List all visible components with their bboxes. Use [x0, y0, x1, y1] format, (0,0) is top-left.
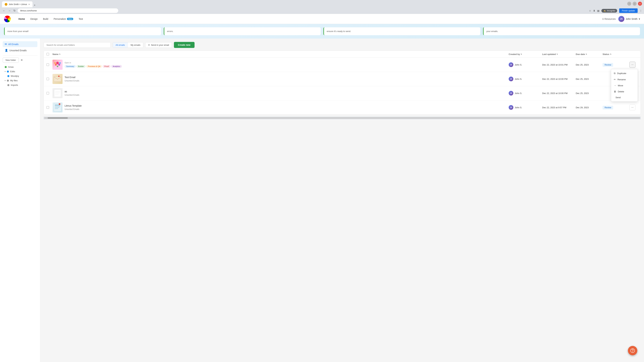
- incognito-badge: 🕵 Incognito: [602, 9, 617, 12]
- row4-user-avatar: JS: [509, 105, 513, 110]
- search-input[interactable]: [44, 42, 111, 48]
- duplicate-label: Duplicate: [617, 72, 626, 75]
- tab-title: John Smith > Litmus: [9, 3, 27, 5]
- folder-my-files[interactable]: ▾ My files: [3, 78, 38, 83]
- new-tab-btn[interactable]: +: [32, 3, 37, 7]
- row4-created-by: JS John S.: [509, 105, 542, 110]
- row2-thumbnail: [52, 74, 62, 84]
- reload-btn[interactable]: ↻: [13, 8, 16, 13]
- header-checkbox[interactable]: [46, 53, 52, 55]
- finish-update-btn[interactable]: Finish update: [619, 8, 638, 13]
- url-input[interactable]: [18, 8, 118, 13]
- row4-select[interactable]: [46, 106, 49, 109]
- maximize-btn[interactable]: □: [632, 2, 636, 6]
- row3-thumbnail: [52, 88, 62, 98]
- hero-card-1-text: more from your email!: [8, 30, 158, 32]
- filter-all-btn[interactable]: All emails: [113, 42, 128, 48]
- col-status[interactable]: Status ⇅: [602, 53, 630, 55]
- folder-amas-dot: [5, 66, 7, 68]
- scroll-track[interactable]: [44, 117, 640, 119]
- filter-my-btn[interactable]: My emails: [128, 42, 143, 48]
- back-btn[interactable]: ←: [2, 8, 6, 13]
- nav-design[interactable]: Design: [28, 16, 40, 21]
- folder-options-btn[interactable]: ≡: [20, 58, 23, 62]
- dropdown-send[interactable]: Send: [611, 94, 638, 100]
- tag-builder[interactable]: Builder: [76, 65, 86, 68]
- folder-moodjoy[interactable]: Moodjoy: [3, 74, 38, 78]
- svg-point-0: [56, 62, 59, 64]
- row3-select[interactable]: [46, 92, 49, 94]
- move-icon: →: [614, 84, 616, 87]
- user-chevron-icon: ▾: [639, 17, 640, 20]
- tag-analytics[interactable]: Analytics: [111, 65, 122, 68]
- row1-last-updated: Dec 22, 2023 at 10:01 PM: [542, 63, 576, 66]
- active-tab[interactable]: John Smith > Litmus ✕: [2, 1, 32, 7]
- col-created-by[interactable]: Created by ⇅: [509, 53, 542, 55]
- dropdown-move[interactable]: → Move: [611, 82, 638, 88]
- delete-label: Delete: [618, 90, 624, 93]
- svg-point-1: [55, 64, 57, 66]
- nav-build[interactable]: Build: [41, 16, 51, 21]
- row3-info: as Unsorted Emails: [64, 90, 79, 96]
- sidebar-icon[interactable]: ▤: [597, 9, 600, 12]
- row1-action-btn[interactable]: ···: [630, 62, 636, 68]
- select-all-checkbox[interactable]: [46, 53, 49, 55]
- row2-user-name: John S.: [515, 78, 522, 80]
- row2-checkbox[interactable]: [46, 78, 52, 80]
- col-due-date[interactable]: Due date ⇅: [576, 53, 602, 55]
- tag-proof[interactable]: Proof: [103, 65, 110, 68]
- svg-point-5: [59, 62, 61, 64]
- nav-home[interactable]: Home: [16, 16, 27, 21]
- nav-personalize[interactable]: Personalize New: [51, 16, 76, 21]
- row4-due-date: Dec 29, 2023: [576, 106, 602, 109]
- col-name[interactable]: Name ⇅: [52, 53, 509, 55]
- folder-imports-label: Imports: [11, 84, 18, 86]
- menu-icon[interactable]: ⋮: [640, 9, 642, 12]
- tag-previews-qa[interactable]: Previews & QA: [86, 65, 102, 68]
- row1-select[interactable]: [46, 63, 49, 66]
- scroll-thumb[interactable]: [48, 117, 68, 119]
- svg-point-7: [58, 76, 60, 77]
- nav-design-label: Design: [30, 17, 38, 20]
- sidebar-all-emails[interactable]: ✉ All Emails: [3, 41, 38, 47]
- row4-name: Litmus Template: [64, 104, 82, 107]
- hero-card-2: errors.: [164, 27, 321, 35]
- app-logo[interactable]: [4, 15, 11, 22]
- help-btn[interactable]: [628, 346, 637, 355]
- app-header: Home Design Build Personalize New Test ℹ…: [0, 14, 644, 24]
- tag-summary[interactable]: Summary: [64, 65, 76, 68]
- col-name-label: Name: [52, 53, 58, 55]
- row1-checkbox[interactable]: [46, 63, 52, 66]
- row2-select[interactable]: [46, 78, 49, 80]
- folder-amas[interactable]: Amas: [3, 65, 38, 69]
- minimize-btn[interactable]: ─: [627, 2, 631, 6]
- dropdown-delete[interactable]: 🗑 Delete: [611, 88, 638, 94]
- sidebar-divider: [3, 55, 38, 55]
- new-folder-btn[interactable]: New folder: [3, 57, 19, 63]
- send-email-btn[interactable]: ✈ Send in your email: [145, 42, 172, 48]
- dropdown-duplicate[interactable]: ⧉ Duplicate: [611, 70, 638, 76]
- folder-imports[interactable]: Imports: [3, 83, 38, 87]
- tab-favicon: [5, 3, 8, 6]
- resources-btn[interactable]: ℹ Resources: [602, 17, 616, 20]
- create-new-btn[interactable]: Create new: [174, 42, 194, 48]
- row3-checkbox[interactable]: [46, 92, 52, 94]
- download-icon[interactable]: ⬇: [593, 9, 595, 12]
- dropdown-rename[interactable]: ✏ Rename: [611, 76, 638, 82]
- bookmark-icon[interactable]: ☆: [589, 9, 591, 12]
- row4-action-btn[interactable]: ···: [630, 104, 636, 110]
- nav-test[interactable]: Test: [76, 16, 85, 21]
- folder-edits[interactable]: ▾ Edits: [3, 69, 38, 74]
- sidebar-unsorted-emails[interactable]: 👤 Unsorted Emails: [3, 47, 38, 53]
- row2-thumb-img: [52, 74, 62, 84]
- row2-name: Test Email: [64, 76, 79, 79]
- tab-close-btn[interactable]: ✕: [28, 3, 30, 5]
- folder-edits-dot: [7, 70, 9, 72]
- row4-checkbox[interactable]: [46, 106, 52, 109]
- close-btn[interactable]: ✕: [638, 2, 642, 6]
- row4-name-col: Litmus Template Unsorted Emails: [52, 102, 509, 112]
- forward-btn[interactable]: →: [8, 8, 12, 13]
- col-last-updated[interactable]: Last updated ⇅: [542, 53, 576, 55]
- user-menu-btn[interactable]: JS John Smith ▾: [618, 16, 640, 22]
- row4-subfolder: Unsorted Emails: [64, 108, 82, 110]
